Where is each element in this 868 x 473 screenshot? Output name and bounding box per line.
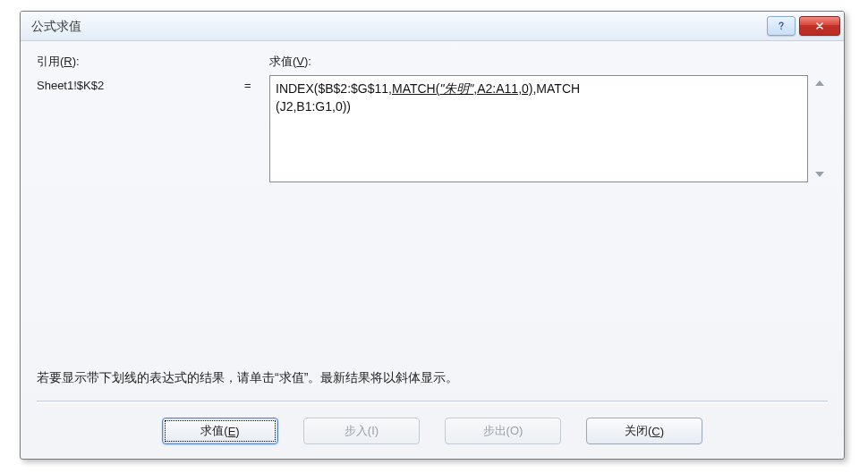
close-button-post: ) — [660, 425, 664, 438]
close-button-pre: 关闭( — [625, 423, 651, 439]
dialog-client: 引用(R): 求值(V): Sheet1!$K$2 = INDEX($B$2:$… — [21, 41, 844, 459]
close-button[interactable]: 关闭(C) — [586, 418, 702, 444]
data-row: Sheet1!$K$2 = INDEX($B$2:$G$11,MATCH("朱明… — [37, 75, 828, 182]
dialog-title: 公式求值 — [31, 18, 81, 35]
equals-sign: = — [244, 75, 269, 92]
formula-underlined-head: MATCH( — [392, 81, 439, 96]
evaluation-label: 求值(V): — [269, 54, 828, 70]
formula-pre: INDEX($B$2:$G$11, — [276, 81, 392, 96]
step-out-button-label: 步出(O) — [483, 423, 523, 439]
evaluation-label-key: V — [296, 55, 304, 68]
formula-underlined-tail: ,A2:A11,0) — [473, 81, 532, 96]
evaluate-button-key: E — [228, 425, 236, 438]
step-in-button: 步入(I) — [303, 418, 420, 444]
svg-point-0 — [780, 28, 782, 30]
evaluation-scroll-indicator[interactable] — [812, 75, 828, 182]
evaluation-label-post: ): — [304, 55, 311, 68]
titlebar-buttons — [767, 16, 840, 36]
help-icon — [776, 21, 787, 31]
formula-post1: ,MATCH — [532, 81, 580, 96]
evaluate-formula-dialog: 公式求值 引用(R): — [20, 11, 845, 460]
separator — [37, 401, 828, 403]
evaluation-box[interactable]: INDEX($B$2:$G$11,MATCH("朱明",A2:A11,0),MA… — [269, 75, 808, 182]
help-button[interactable] — [767, 16, 796, 36]
reference-label: 引用(R): — [37, 54, 244, 70]
evaluation-label-pre: 求值( — [269, 55, 296, 68]
evaluate-button-pre: 求值( — [200, 423, 227, 439]
scroll-down-icon — [815, 172, 824, 177]
scroll-up-icon — [815, 80, 824, 86]
formula-underlined: MATCH("朱明",A2:A11,0) — [392, 81, 533, 96]
step-in-button-label: 步入(I) — [345, 423, 379, 439]
column-headers: 引用(R): 求值(V): — [37, 54, 828, 73]
close-button-key: C — [651, 425, 660, 438]
formula-italic-arg: "朱明" — [439, 81, 473, 96]
button-row: 求值(E) 步入(I) 步出(O) 关闭(C) — [37, 418, 828, 444]
step-out-button: 步出(O) — [445, 418, 561, 444]
evaluate-button[interactable]: 求值(E) — [162, 418, 278, 444]
reference-label-pre: 引用( — [37, 55, 64, 68]
titlebar: 公式求值 — [21, 12, 844, 41]
evaluate-button-post: ) — [235, 425, 239, 438]
close-window-button[interactable] — [799, 16, 840, 36]
reference-value: Sheet1!$K$2 — [37, 75, 244, 92]
reference-label-post: ): — [72, 55, 80, 68]
hint-text: 若要显示带下划线的表达式的结果，请单击“求值”。最新结果将以斜体显示。 — [37, 365, 828, 401]
close-icon — [814, 21, 825, 31]
formula-line2: (J2,B1:G1,0)) — [276, 99, 351, 114]
reference-label-key: R — [64, 55, 72, 68]
